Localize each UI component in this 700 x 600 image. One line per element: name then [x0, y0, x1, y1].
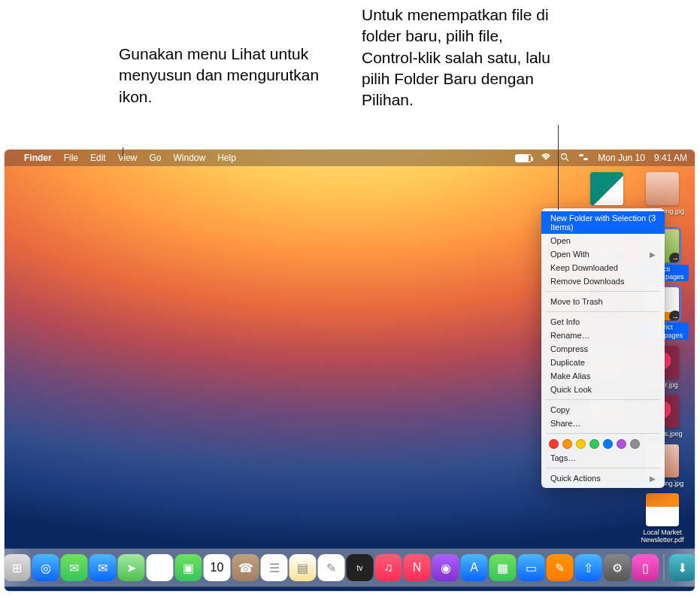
menu-separator [546, 291, 660, 292]
menubar-time[interactable]: 9:41 AM [654, 153, 687, 163]
menu-item-label: Move to Trash [550, 297, 603, 306]
dock-app-podcasts[interactable]: ◉ [432, 554, 459, 581]
wifi-icon[interactable] [541, 153, 551, 163]
tag-color-dot[interactable] [576, 439, 586, 449]
dock-app-messages[interactable]: ✉ [61, 554, 88, 581]
dock-app-numbers[interactable]: ▦ [489, 554, 517, 581]
context-menu-item[interactable]: Rename… [541, 329, 665, 342]
context-menu-item[interactable]: Get Info [541, 315, 665, 329]
dock-app-keynote[interactable]: ▭ [518, 554, 545, 581]
context-menu-item[interactable]: New Folder with Selection (3 Items) [541, 211, 665, 234]
dock-app-photos[interactable]: ✿ [147, 554, 174, 581]
menu-item-label: Get Info [550, 317, 580, 326]
menu-item-label: Quick Actions [550, 474, 601, 483]
context-menu-item[interactable]: Move to Trash [541, 295, 665, 308]
dock-app-tv[interactable]: tv [347, 554, 374, 581]
callout-right: Untuk menempatkan file di folder baru, p… [362, 5, 561, 111]
sync-badge-icon: → [669, 253, 679, 262]
context-menu-item[interactable]: Copy [541, 403, 665, 417]
context-menu-item[interactable]: Quick Look [541, 383, 665, 396]
dock-app-downloads[interactable]: ⬇ [669, 554, 695, 581]
context-menu-item[interactable]: Open [541, 234, 665, 247]
mac-screen: Finder File Edit View Go Window Help Mon… [5, 150, 695, 591]
menu-bar: Finder File Edit View Go Window Help Mon… [5, 150, 695, 166]
menu-item-label: New Folder with Selection (3 Items) [550, 214, 656, 232]
dock-app-calendar[interactable]: 10 [204, 554, 231, 581]
context-menu-item[interactable]: Tags… [541, 451, 665, 465]
dock-app-notes[interactable]: ▤ [289, 554, 317, 581]
context-menu: New Folder with Selection (3 Items)OpenO… [541, 208, 665, 488]
tag-color-dot[interactable] [589, 439, 599, 449]
submenu-arrow-icon: ▶ [650, 474, 656, 483]
menubar-item-edit[interactable]: Edit [90, 153, 106, 163]
menu-item-label: Tags… [550, 453, 576, 462]
context-menu-item[interactable]: Open With▶ [541, 247, 665, 261]
menu-item-label: Rename… [550, 331, 590, 340]
callout-leader-right [558, 125, 559, 210]
menu-item-label: Remove Downloads [550, 277, 624, 286]
dock-app-iphone[interactable]: ▯ [632, 554, 659, 581]
menu-separator [546, 311, 660, 312]
menu-item-label: Open With [550, 250, 589, 259]
dock-app-safari[interactable]: ◎ [32, 554, 59, 581]
control-center-icon[interactable] [578, 153, 589, 164]
menubar-item-go[interactable]: Go [150, 153, 162, 163]
desktop-file[interactable]: Local Market Newsletter.pdf [636, 493, 689, 544]
tag-color-dot[interactable] [603, 439, 613, 449]
menu-item-label: Keep Downloaded [550, 263, 618, 272]
svg-rect-3 [583, 158, 588, 160]
menu-item-label: Compress [550, 344, 588, 353]
dock-app-news[interactable]: N [404, 554, 431, 581]
svg-line-1 [566, 159, 568, 161]
context-menu-item[interactable]: Keep Downloaded [541, 261, 665, 274]
context-menu-item[interactable]: Make Alias [541, 369, 665, 383]
tag-color-row [541, 437, 665, 451]
menu-separator [546, 399, 660, 400]
tag-color-dot[interactable] [617, 439, 626, 449]
menu-item-label: Copy [550, 405, 570, 414]
dock-app-maps[interactable]: ➤ [118, 554, 145, 581]
dock-app-sharing[interactable]: ⇧ [575, 554, 602, 581]
callout-left: Gunakan menu Lihat untuk menyusun dan me… [119, 44, 329, 108]
dock-app-contacts[interactable]: ☎ [232, 554, 259, 581]
context-menu-item[interactable]: Duplicate [541, 356, 665, 369]
tag-color-dot[interactable] [630, 439, 640, 449]
file-thumbnail [590, 172, 623, 205]
file-label: Local Market Newsletter.pdf [636, 529, 689, 544]
context-menu-item[interactable]: Remove Downloads [541, 274, 665, 288]
dock-app-freeform[interactable]: ✎ [318, 554, 345, 581]
tag-color-dot[interactable] [549, 439, 559, 449]
battery-icon[interactable] [515, 154, 532, 162]
file-thumbnail [646, 493, 679, 526]
dock-app-facetime[interactable]: ▣ [175, 554, 202, 581]
dock-app-appstore[interactable]: A [461, 554, 488, 581]
menubar-app-name[interactable]: Finder [24, 153, 52, 163]
menu-item-label: Make Alias [550, 371, 590, 380]
menubar-item-file[interactable]: File [64, 153, 78, 163]
svg-rect-2 [579, 154, 583, 156]
svg-point-0 [562, 153, 567, 159]
menu-separator [546, 433, 660, 434]
tag-color-dot[interactable] [562, 439, 572, 449]
context-menu-item[interactable]: Compress [541, 342, 665, 356]
dock-separator [664, 554, 665, 581]
file-thumbnail [646, 172, 679, 205]
dock-app-reminders[interactable]: ☰ [261, 554, 288, 581]
sync-badge-icon: → [669, 311, 679, 320]
context-menu-item[interactable]: Share… [541, 417, 665, 430]
menubar-date[interactable]: Mon Jun 10 [598, 153, 645, 163]
callout-leader-left [123, 147, 123, 156]
dock-app-settings[interactable]: ⚙ [604, 554, 631, 581]
menubar-item-help[interactable]: Help [217, 153, 236, 163]
menubar-item-window[interactable]: Window [174, 153, 206, 163]
dock-app-music[interactable]: ♫ [375, 554, 402, 581]
dock-app-mail[interactable]: ✉ [89, 554, 117, 581]
spotlight-icon[interactable] [560, 153, 569, 164]
context-menu-item[interactable]: Quick Actions▶ [541, 471, 665, 485]
dock-app-pages[interactable]: ✎ [547, 554, 574, 581]
dock-app-launchpad[interactable]: ⊞ [5, 554, 31, 581]
menu-item-label: Quick Look [550, 385, 592, 394]
menubar-item-view[interactable]: View [118, 153, 138, 163]
menu-item-label: Duplicate [550, 358, 585, 367]
submenu-arrow-icon: ▶ [650, 250, 656, 259]
